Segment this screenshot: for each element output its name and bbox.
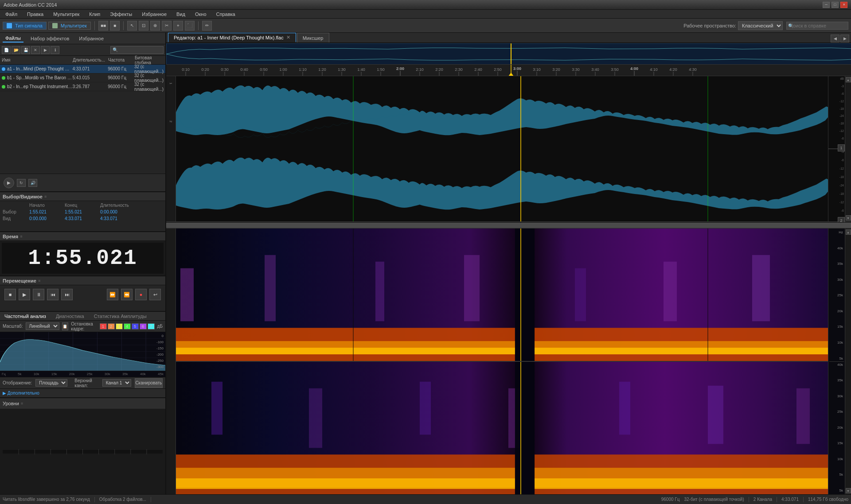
file-save-btn[interactable]: 💾 [21, 46, 30, 54]
toolbar-btn-cut[interactable]: ✂ [162, 21, 172, 31]
scan-button[interactable]: Сканировать [135, 378, 163, 388]
file-new-btn[interactable]: 📄 [2, 46, 11, 54]
file-row-1[interactable]: b1 - Sp...Mordib vs The Baron Mix).flac … [0, 74, 165, 82]
toolbar-btn-zoom[interactable]: ⊕ [150, 21, 160, 31]
svg-text:0:10: 0:10 [182, 67, 190, 72]
playback-speaker-btn[interactable]: 🔊 [28, 179, 37, 187]
timeline-ruler[interactable]: чмс 0:10 0:20 0:30 0:40 0:50 1:00 [166, 65, 851, 76]
files-toolbar: Файлы Набор эффектов Избранное [0, 33, 165, 44]
menu-window[interactable]: Окно [193, 11, 208, 18]
toolbar-btn-select[interactable]: ⊡ [139, 21, 148, 31]
scroll-up-btn[interactable]: ▲ [846, 77, 851, 82]
file-close-btn[interactable]: ✕ [31, 46, 40, 54]
status-sep-3 [749, 497, 749, 502]
overview-svg [166, 43, 851, 65]
hz-5k-b: 5k [830, 473, 843, 477]
transport-ffwd-btn[interactable]: ⏭ [61, 289, 73, 300]
search-input[interactable] [786, 22, 848, 30]
tab-effects[interactable]: Набор эффектов [28, 35, 72, 42]
tab-diagnostics[interactable]: Диагностика [54, 313, 86, 320]
db-scale-ch2: -3 -6 -12 -18 -24 -18 -12 -6 -3 [828, 149, 845, 221]
frame-btn-1[interactable]: 1 [100, 323, 107, 330]
tab-amplitude-stats[interactable]: Статистика Амплитуды [92, 313, 148, 320]
additional-link[interactable]: ▶ Дополнительно [3, 391, 39, 395]
levels-menu-icon[interactable]: ≡ [21, 401, 23, 406]
tab-editor-close[interactable]: ✕ [286, 35, 290, 40]
horizontal-scrollbar[interactable] [166, 222, 851, 228]
frame-btn-6[interactable]: 6 [140, 323, 147, 330]
spectrogram-display [176, 229, 828, 494]
col-frequency: Частота [108, 58, 135, 62]
waveform-main[interactable] [176, 76, 828, 221]
menu-help[interactable]: Справка [215, 11, 237, 18]
editor-content: 1 2 [166, 76, 851, 494]
transport-play-btn[interactable]: ▶ [19, 289, 30, 300]
minimize-button[interactable]: ─ [823, 2, 830, 8]
menu-multitrack[interactable]: Мультитрек [51, 11, 81, 18]
transport-rewind-btn[interactable]: ⏮ [47, 289, 59, 300]
menu-view[interactable]: Вид [175, 11, 187, 18]
transport-stop-btn[interactable]: ■ [4, 289, 16, 300]
time-menu-icon[interactable]: ≡ [20, 234, 22, 239]
transport-ffwd2-btn[interactable]: ⏩ [107, 289, 118, 300]
display-select[interactable]: Площадь [35, 379, 67, 387]
app-title: Adobe Audition CC 2014 [4, 2, 57, 8]
menu-favorites[interactable]: Избранное [140, 11, 168, 18]
transport-loop-btn[interactable]: ↩ [149, 289, 161, 300]
freq-copy-btn[interactable]: 📋 [62, 322, 69, 330]
search-icon: 🔍 [788, 23, 793, 28]
selection-menu-icon[interactable]: ≡ [44, 194, 47, 199]
file-open-btn[interactable]: 📂 [12, 46, 20, 54]
mode-signal-button[interactable]: Тип сигнала [3, 22, 47, 30]
files-search-bar[interactable]: 🔍 [110, 46, 164, 54]
frame-btn-2[interactable]: 2 [108, 323, 115, 330]
tab-expand-btn[interactable]: ◀ [831, 35, 839, 43]
menu-file[interactable]: Файл [4, 11, 19, 18]
spec-scroll-down[interactable]: ▼ [846, 488, 851, 493]
tab-editor[interactable]: Редактор: a1 - Inner Mind (Deep Thought … [168, 33, 296, 43]
frame-btn-5[interactable]: 5 [132, 323, 139, 330]
tab-mixer[interactable]: Миксшер [297, 33, 329, 43]
close-button[interactable]: ✕ [840, 2, 847, 8]
svg-rect-105 [515, 229, 535, 361]
frame-btn-4[interactable]: 4 [124, 323, 131, 330]
transport-menu-icon[interactable]: ≡ [38, 279, 40, 283]
freq-analysis-panel: Частотный анализ Диагностика Статистика … [0, 312, 165, 397]
waveform-overview[interactable] [166, 43, 851, 65]
scroll-down-btn[interactable]: ▼ [846, 215, 851, 221]
svg-rect-99 [265, 255, 276, 322]
tab-files[interactable]: Файлы [3, 35, 23, 43]
file-play-btn[interactable]: ▶ [41, 46, 50, 54]
toolbar-btn-heal[interactable]: ⌖ [173, 21, 183, 31]
transport-pause-btn[interactable]: ⏸ [33, 289, 44, 300]
toolbar-btn-pencil[interactable]: ✏ [202, 21, 212, 31]
tab-freq-analysis[interactable]: Частотный анализ [3, 313, 48, 320]
menu-edit[interactable]: Правка [25, 11, 45, 18]
mode-multitrack-button[interactable]: Мультитрек [48, 22, 91, 30]
file-dur-2: 3:26.787 [72, 84, 108, 89]
file-row-0[interactable]: a1 - In...Mind (Deep Thought Mix).flac 4… [0, 65, 165, 74]
toolbar-btn-2[interactable]: ■ [110, 21, 120, 31]
channel-select[interactable]: Канал 1 [102, 379, 131, 387]
db-scale-ch1: dB -3 -6 -12 -18 -24 -18 -12 -6 -3 [828, 76, 845, 149]
transport-record-btn[interactable]: ● [135, 289, 147, 300]
maximize-button[interactable]: □ [831, 2, 839, 8]
spec-scroll-up[interactable]: ▲ [846, 229, 851, 235]
playback-play-btn[interactable]: ▶ [4, 178, 14, 188]
frame-btn-3[interactable]: 3 [116, 323, 123, 330]
tab-collapse-btn[interactable]: ▶ [840, 35, 849, 43]
file-info-btn[interactable]: ℹ [51, 46, 59, 54]
menu-clip[interactable]: Клип [87, 11, 102, 18]
scrollbar-thumb[interactable] [166, 223, 851, 228]
transport-rewind2-btn[interactable]: ⏪ [121, 289, 133, 300]
menu-effects[interactable]: Эффекты [108, 11, 134, 18]
file-row-2[interactable]: b2 - In...ep Thought Instrumental).flac … [0, 82, 165, 91]
workspace-select[interactable]: Классический [738, 21, 783, 30]
frame-btn-7[interactable]: 7 [148, 323, 155, 330]
tab-favorites[interactable]: Избранное [76, 35, 106, 42]
playback-loop-btn[interactable]: ↻ [17, 179, 26, 187]
scale-select[interactable]: Линейный [26, 322, 59, 330]
toolbar-btn-arrow[interactable]: ↖ [127, 21, 137, 31]
toolbar-btn-1[interactable]: ■■ [98, 21, 108, 31]
toolbar-btn-paint[interactable]: ⬛ [185, 21, 195, 31]
